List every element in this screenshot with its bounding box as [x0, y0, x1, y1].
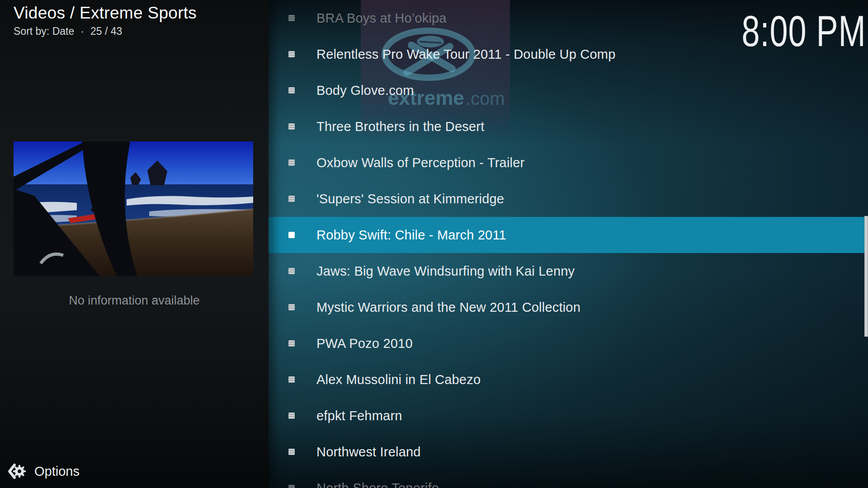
- list-item[interactable]: Northwest Ireland: [269, 434, 868, 470]
- options-gear-icon: [7, 461, 27, 481]
- list-item-label: Oxbow Walls of Perception - Trailer: [316, 145, 524, 181]
- options-button[interactable]: Options: [7, 460, 80, 483]
- list-item-label: Robby Swift: Chile - March 2011: [316, 217, 506, 253]
- kodi-video-list-screen: extreme .com BRA Boys at Ho’okipa Relent…: [0, 0, 868, 488]
- list-item-label: 'Supers' Session at Kimmeridge: [316, 181, 504, 217]
- sort-status-line: Sort by: Date · 25 / 43: [14, 25, 122, 38]
- video-list: BRA Boys at Ho’okipa Relentless Pro Wake…: [269, 0, 868, 488]
- page-title: Videos / Extreme Sports: [14, 4, 197, 23]
- list-item-bullet-icon: [288, 87, 295, 94]
- left-info-panel: Videos / Extreme Sports Sort by: Date · …: [0, 0, 269, 488]
- list-item-label: Northwest Ireland: [316, 434, 421, 470]
- no-information-text: No information available: [0, 294, 269, 308]
- sort-by-label[interactable]: Sort by: Date: [14, 25, 74, 38]
- list-item-bullet-icon: [288, 340, 295, 347]
- list-item-bullet-icon: [288, 51, 295, 57]
- list-item[interactable]: PWA Pozo 2010: [269, 325, 868, 361]
- list-item-bullet-icon: [288, 485, 295, 488]
- list-item-label: Mystic Warriors and the New 2011 Collect…: [316, 289, 580, 325]
- options-label: Options: [34, 464, 80, 479]
- list-item-label: Jaws: Big Wave Windsurfing with Kai Lenn…: [316, 253, 575, 289]
- list-item-bullet-icon: [288, 15, 295, 21]
- list-item-label: Body Glove.com: [316, 72, 414, 108]
- list-item[interactable]: Body Glove.com: [269, 72, 868, 108]
- list-item-bullet-icon: [288, 376, 295, 383]
- list-item-bullet-icon: [288, 449, 295, 455]
- list-item-label: PWA Pozo 2010: [316, 325, 413, 361]
- list-item[interactable]: Robby Swift: Chile - March 2011: [269, 217, 868, 253]
- list-item[interactable]: 'Supers' Session at Kimmeridge: [269, 181, 868, 217]
- list-item-label: Alex Mussolini in El Cabezo: [316, 361, 481, 398]
- list-scrollbar-thumb[interactable]: [864, 216, 868, 337]
- separator-dot: ·: [80, 25, 84, 38]
- clock: 8:00 PM: [741, 6, 866, 56]
- list-item-bullet-icon: [288, 196, 295, 202]
- list-item[interactable]: Jaws: Big Wave Windsurfing with Kai Lenn…: [269, 253, 868, 289]
- list-item-bullet-icon: [288, 123, 295, 130]
- list-item-bullet-icon: [288, 160, 295, 166]
- list-item-label: efpkt Fehmarn: [316, 398, 402, 434]
- list-item[interactable]: Alex Mussolini in El Cabezo: [269, 361, 868, 398]
- list-item-bullet-icon: [288, 268, 295, 274]
- list-item-bullet-icon: [288, 413, 295, 419]
- list-item-label: Relentless Pro Wake Tour 2011 - Double U…: [316, 36, 615, 72]
- list-item-bullet-icon: [288, 232, 295, 238]
- list-item-bullet-icon: [288, 304, 295, 310]
- list-item[interactable]: North Shore Tenerife: [269, 470, 868, 488]
- list-item-label: Three Brothers in the Desert: [316, 108, 484, 145]
- list-item[interactable]: Oxbow Walls of Perception - Trailer: [269, 145, 868, 181]
- list-item[interactable]: Mystic Warriors and the New 2011 Collect…: [269, 289, 868, 325]
- position-indicator: 25 / 43: [90, 25, 122, 38]
- list-item-label: North Shore Tenerife: [316, 470, 439, 488]
- list-item[interactable]: Three Brothers in the Desert: [269, 108, 868, 145]
- video-thumbnail: [14, 141, 253, 276]
- list-item[interactable]: efpkt Fehmarn: [269, 398, 868, 434]
- list-item-label: BRA Boys at Ho’okipa: [316, 0, 447, 36]
